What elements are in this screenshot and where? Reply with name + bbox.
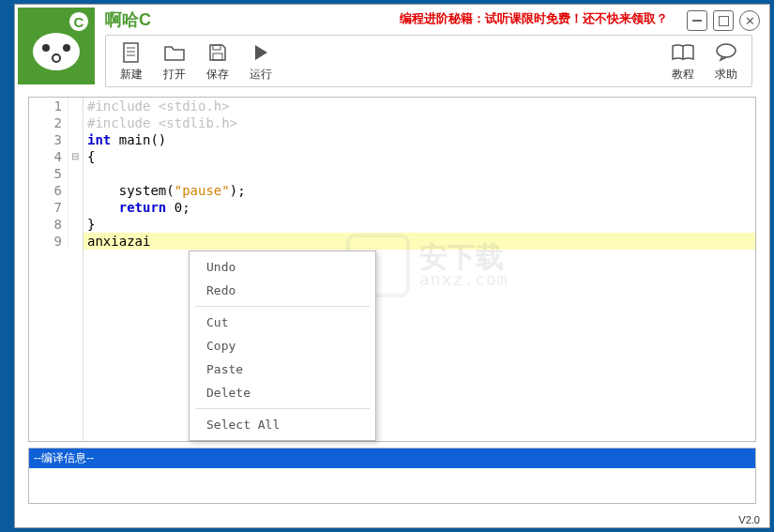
line-number: 5 [29,165,68,182]
code-area[interactable]: #include <stdio.h>#include <stdlib.h>int… [83,98,755,441]
code-line[interactable]: anxiazai [83,233,755,250]
menu-redo[interactable]: Redo [190,279,375,302]
help-button[interactable]: 求助 [705,40,748,83]
window-controls [687,10,760,31]
menu-copy[interactable]: Copy [190,334,375,357]
fold-icon[interactable]: ⊟ [71,151,79,161]
code-editor[interactable]: 123456789 ⊟ #include <stdio.h>#include <… [28,97,756,442]
file-icon [119,40,144,65]
header: C 啊哈C 新建 打开 [15,5,769,87]
logo-c-badge: C [68,11,89,32]
output-panel: --编译信息-- [28,448,756,504]
svg-rect-0 [124,43,138,62]
line-number: 4 [29,148,68,165]
save-icon [205,40,230,65]
line-number: 8 [29,216,68,233]
code-line[interactable]: return 0; [83,199,755,216]
code-line[interactable]: #include <stdlib.h> [83,114,755,131]
promo-link[interactable]: 编程进阶秘籍：试听课限时免费！还不快来领取？ [400,10,668,27]
run-button[interactable]: 运行 [239,40,282,83]
code-line[interactable] [83,165,755,182]
code-line[interactable]: system("pause"); [83,182,755,199]
svg-rect-5 [213,53,222,60]
close-button[interactable] [739,10,760,31]
version-label: V2.0 [738,514,760,525]
new-button[interactable]: 新建 [110,40,153,83]
play-icon [249,40,273,65]
code-line[interactable]: int main() [83,131,755,148]
open-button[interactable]: 打开 [153,40,196,83]
folder-icon [162,40,187,65]
code-line[interactable]: } [83,216,755,233]
svg-point-6 [717,44,736,57]
minimize-button[interactable] [687,10,707,31]
context-menu: Undo Redo Cut Copy Paste Delete Select A… [189,251,376,441]
line-number: 1 [29,98,68,114]
menu-delete[interactable]: Delete [190,381,375,404]
line-number: 9 [29,233,68,250]
toolbar: 新建 打开 保存 运行 [105,35,752,87]
line-number: 3 [29,131,68,148]
menu-undo[interactable]: Undo [190,255,375,279]
menu-cut[interactable]: Cut [190,311,375,334]
app-window: C 啊哈C 新建 打开 [14,4,770,528]
save-button[interactable]: 保存 [196,40,239,83]
tutorial-button[interactable]: 教程 [661,40,705,83]
book-icon [671,40,695,65]
code-line[interactable]: { [83,148,755,165]
speech-icon [714,40,738,65]
maximize-button[interactable] [713,10,734,31]
code-line[interactable]: #include <stdio.h> [83,98,755,114]
line-gutter: 123456789 ⊟ [29,98,83,441]
line-number: 2 [29,114,68,131]
menu-paste[interactable]: Paste [190,357,375,381]
menu-select-all[interactable]: Select All [190,413,375,436]
line-number: 6 [29,182,68,199]
app-logo: C [18,8,95,84]
output-title: --编译信息-- [29,448,755,468]
line-number: 7 [29,199,68,216]
